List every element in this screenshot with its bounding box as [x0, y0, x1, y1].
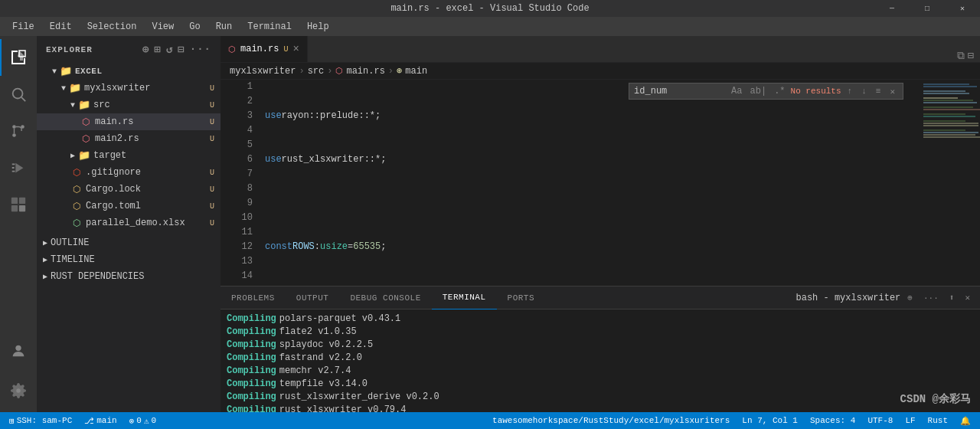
menu-run[interactable]: Run — [210, 20, 239, 34]
terminal-content[interactable]: Compiling polars-parquet v0.43.1 Compili… — [220, 309, 980, 412]
breadcrumb-myxlsxwriter[interactable]: myxlsxwriter — [230, 66, 296, 77]
terminal-line-8: Compiling rust_xlsxwriter v0.79.4 — [227, 404, 974, 412]
breadcrumb-symbol[interactable]: main — [405, 66, 427, 77]
code-line-1: use rayon::prelude::*; — [265, 109, 913, 123]
search-activity-icon[interactable] — [0, 76, 37, 113]
file-main2-rs[interactable]: ⬡ main2.rs U — [37, 130, 220, 147]
panel-tabs: PROBLEMS OUTPUT DEBUG CONSOLE TERMINAL P… — [220, 287, 980, 309]
source-control-activity-icon[interactable] — [0, 113, 37, 149]
file-gitignore[interactable]: ⬡ .gitignore U — [37, 164, 220, 181]
more-options-icon[interactable]: ··· — [190, 43, 211, 56]
folder-src[interactable]: ▼ 📁 src U — [37, 97, 220, 113]
panel-tab-debug-console[interactable]: DEBUG CONSOLE — [339, 287, 431, 309]
extensions-activity-icon[interactable] — [0, 186, 37, 223]
menu-selection[interactable]: Selection — [81, 20, 143, 34]
search-word-icon[interactable]: ab| — [748, 85, 769, 97]
split-editor-icon[interactable]: ⧉ — [957, 50, 965, 62]
sidebar-header: Explorer ⊕ ⊞ ↺ ⊟ ··· — [37, 36, 220, 63]
breadcrumb-src[interactable]: src — [308, 66, 325, 77]
close-button[interactable]: ✕ — [945, 0, 980, 17]
search-close-button[interactable]: ✕ — [887, 86, 898, 97]
rust-deps-section[interactable]: ▶ RUST DEPENDENCIES — [37, 268, 220, 285]
remote-label: SSH: sam-PC — [17, 416, 73, 425]
tab-dirty-indicator: U — [283, 45, 288, 54]
menu-file[interactable]: File — [6, 20, 41, 34]
search-case-icon[interactable]: Aa — [729, 85, 744, 97]
accounts-activity-icon[interactable] — [0, 332, 37, 369]
spaces-status[interactable]: Spaces: 4 — [807, 416, 858, 425]
encoding-status[interactable]: UTF-8 — [864, 416, 896, 425]
minimize-button[interactable]: ─ — [874, 0, 910, 17]
outline-section[interactable]: ▶ OUTLINE — [37, 234, 220, 251]
line-ending-status[interactable]: LF — [902, 416, 918, 425]
file-path-label: tawesomehorkspace/RustStudy/excel/myxlsx… — [492, 416, 730, 425]
line-col-label: Ln 7, Col 1 — [742, 416, 798, 425]
file-cargo-toml[interactable]: ⬡ Cargo.toml U — [37, 198, 220, 215]
editor-area: ⬡ main.rs U × ⧉ ⊟ myxlsxwriter › src › ⬡… — [220, 36, 980, 412]
maximize-button[interactable]: □ — [910, 0, 945, 17]
tab-main-rs[interactable]: ⬡ main.rs U × — [220, 36, 308, 62]
editor-container: Aa ab| .* No results ↑ ↓ ≡ ✕ 1 2 3 4 5 6… — [220, 80, 980, 286]
tab-close-button[interactable]: × — [292, 43, 299, 55]
editor-layout-icon[interactable]: ⊟ — [968, 49, 974, 62]
terminal-more-button[interactable]: ··· — [920, 292, 942, 304]
code-editor[interactable]: use rayon::prelude::*; use rust_xlsxwrit… — [259, 80, 919, 286]
file-parallel-demo[interactable]: ⬡ parallel_demo.xlsx U — [37, 215, 220, 231]
remote-icon: ⊞ — [9, 416, 15, 426]
line-ending-label: LF — [905, 416, 915, 425]
menu-help[interactable]: Help — [301, 20, 335, 34]
menu-view[interactable]: View — [145, 20, 180, 34]
menu-go[interactable]: Go — [183, 20, 206, 34]
new-file-icon[interactable]: ⊕ — [142, 43, 149, 56]
collapse-all-icon[interactable]: ⊟ — [178, 43, 185, 56]
svg-rect-7 — [19, 198, 25, 204]
file-cargo-lock[interactable]: ⬡ Cargo.lock U — [37, 181, 220, 198]
settings-activity-icon[interactable] — [0, 372, 37, 409]
file-main-rs[interactable]: ⬡ main.rs U — [37, 113, 220, 130]
search-list-button[interactable]: ≡ — [873, 86, 884, 97]
search-regex-icon[interactable]: .* — [772, 85, 787, 97]
bell-status[interactable]: 🔔 — [957, 416, 974, 426]
line-col-status[interactable]: Ln 7, Col 1 — [739, 416, 801, 425]
outline-label: OUTLINE — [51, 237, 89, 248]
terminal-line-3: Compiling splaydoc v0.2.2.5 — [227, 339, 974, 352]
main-area: Explorer ⊕ ⊞ ↺ ⊟ ··· ▼ 📁 EXCEL ▼ 📁 myxls… — [0, 36, 980, 412]
panel-close-button[interactable]: ✕ — [961, 291, 974, 304]
language-status[interactable]: Rust — [925, 416, 951, 425]
new-folder-icon[interactable]: ⊞ — [154, 43, 161, 56]
svg-point-1 — [13, 89, 23, 99]
minimap — [919, 80, 980, 286]
terminal-line-6: Compiling tempfile v3.14.0 — [227, 378, 974, 391]
svg-rect-9 — [19, 205, 25, 211]
panel-tab-problems[interactable]: PROBLEMS — [220, 287, 286, 309]
search-input[interactable] — [634, 86, 726, 97]
git-branch-label: main — [96, 416, 116, 425]
terminal-line-2: Compiling flate2 v1.0.35 — [227, 326, 974, 339]
run-debug-activity-icon[interactable] — [0, 149, 37, 186]
excel-root[interactable]: ▼ 📁 EXCEL — [37, 63, 220, 80]
folder-target[interactable]: ▶ 📁 target — [37, 147, 220, 164]
panel-tab-terminal[interactable]: TERMINAL — [432, 287, 497, 309]
remote-status[interactable]: ⊞ SSH: sam-PC — [6, 416, 75, 426]
search-prev-button[interactable]: ↑ — [844, 86, 856, 97]
title-bar: main.rs - excel - Visual Studio Code ─ □… — [0, 0, 980, 17]
search-next-button[interactable]: ↓ — [858, 86, 870, 97]
menu-edit[interactable]: Edit — [44, 20, 78, 34]
refresh-icon[interactable]: ↺ — [166, 43, 173, 56]
timeline-label: TIMELINE — [51, 254, 95, 265]
folder-myxlsxwriter[interactable]: ▼ 📁 myxlsxwriter U — [37, 80, 220, 97]
errors-status[interactable]: ⊗ 0 ⚠ 0 — [126, 416, 159, 426]
warning-icon: ⚠ — [144, 416, 149, 426]
panel-tab-ports[interactable]: PORTS — [497, 287, 546, 309]
timeline-section[interactable]: ▶ TIMELINE — [37, 251, 220, 268]
panel-maximize-button[interactable]: ⬆ — [946, 291, 959, 304]
breadcrumb-file[interactable]: main.rs — [346, 66, 384, 77]
window-controls: ─ □ ✕ — [874, 0, 980, 17]
panel-tab-output[interactable]: OUTPUT — [286, 287, 340, 309]
terminal-split-button[interactable]: ⊕ — [903, 291, 916, 304]
explorer-activity-icon[interactable] — [0, 39, 37, 76]
git-branch-status[interactable]: ⎇ main — [81, 416, 119, 426]
code-line-5: const BATCH_SIZE: usize = 10000; — [265, 283, 913, 286]
menu-terminal[interactable]: Terminal — [241, 20, 298, 34]
file-path-status[interactable]: tawesomehorkspace/RustStudy/excel/myxlsx… — [489, 416, 733, 425]
